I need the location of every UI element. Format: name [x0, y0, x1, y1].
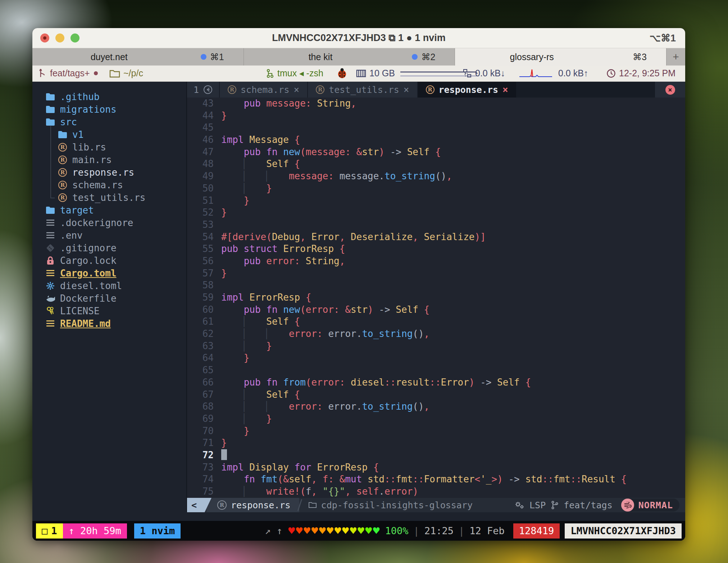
tree-item-Dockerfile[interactable]: Dockerfile: [32, 292, 186, 305]
mode-indicator: NORMAL: [621, 499, 679, 512]
tree-item-migrations[interactable]: migrations: [32, 103, 186, 116]
tree-item-LICENSE[interactable]: LICENSE: [32, 305, 186, 317]
line-content: ▏ }: [214, 340, 272, 352]
line-content: pub struct ErrorResp {: [214, 243, 345, 255]
close-all-icon: ×: [665, 85, 675, 95]
rust-file-icon: R: [58, 156, 67, 164]
tree-item-main-rs[interactable]: Rmain.rs: [32, 153, 186, 166]
tree-item-target[interactable]: target: [32, 204, 186, 216]
tree-item-label: lib.rs: [72, 142, 106, 153]
rust-file-icon: R: [228, 85, 236, 94]
tree-item--gitignore[interactable]: .gitignore: [32, 242, 186, 254]
tree-item-response-rs[interactable]: Rresponse.rs: [32, 166, 186, 179]
line-content: pub error: String,: [214, 255, 345, 267]
ladybug-indicator: [337, 66, 347, 81]
tmux-time: 21:25: [424, 525, 454, 536]
tree-item-Cargo-toml[interactable]: Cargo.toml: [32, 267, 186, 279]
command-line: [32, 512, 685, 521]
rust-file-icon: R: [316, 85, 324, 94]
tree-item-diesel-toml[interactable]: diesel.toml: [32, 279, 186, 292]
line-number: 62: [187, 328, 214, 340]
tree-item-v1[interactable]: v1: [32, 128, 186, 141]
memory-indicator: 10 GB: [356, 66, 481, 81]
close-all-button[interactable]: ×: [655, 82, 685, 98]
close-buffer-icon[interactable]: ×: [404, 84, 409, 95]
text-file-icon: [46, 232, 54, 239]
cwd-label: ~/p/c: [123, 68, 143, 78]
tree-item-lib-rs[interactable]: Rlib.rs: [32, 141, 186, 153]
code-line-51: 51 }: [187, 195, 685, 207]
line-number: 58: [187, 279, 214, 292]
new-tab-button[interactable]: +: [666, 48, 685, 66]
session-index: 1: [51, 525, 57, 536]
tree-item-src[interactable]: src: [32, 116, 186, 128]
code-line-56: 56 pub error: String,: [187, 255, 685, 267]
code-area[interactable]: 43 pub message: String,44}4546impl Messa…: [187, 98, 685, 498]
cwd-indicator[interactable]: ~/p/c: [109, 66, 143, 81]
tmux-session-indicator[interactable]: □ 1: [36, 523, 63, 539]
tree-item--github[interactable]: .github: [32, 90, 186, 103]
git-branch-indicator[interactable]: feat/tags+: [38, 66, 98, 81]
terminal-tab-the-kit[interactable]: the kit ⌘2: [244, 48, 455, 66]
heart-icon: ♥: [326, 526, 334, 536]
tree-item-label: test_utils.rs: [72, 192, 146, 203]
line-content: impl Display for ErrorResp {: [214, 461, 379, 474]
line-number: 68: [187, 401, 214, 413]
clock-indicator: 12-2, 9:25 PM: [606, 66, 675, 81]
folder-icon: [308, 501, 317, 509]
code-line-47: 47 pub fn new(message: &str) -> Self {: [187, 146, 685, 158]
tree-item-label: .gitignore: [60, 243, 117, 253]
tree-item-label: target: [60, 205, 94, 216]
heart-icon: ♥: [365, 526, 372, 536]
line-content: ▏ ▏ error: error.to_string(),: [214, 401, 429, 413]
tab-shortcut: ⌘1: [210, 52, 224, 62]
tree-item-Cargo-lock[interactable]: Cargo.lock: [32, 254, 186, 267]
close-buffer-icon[interactable]: ×: [294, 84, 300, 95]
line-content: [214, 279, 221, 292]
terminal-tab-duyet-net[interactable]: duyet.net ⌘1: [32, 48, 244, 66]
line-number: 52: [187, 207, 214, 219]
buffer-tabline: 1 R schema.rs ×R test_utils.rs ×R respon…: [187, 82, 685, 98]
tree-item-schema-rs[interactable]: Rschema.rs: [32, 179, 186, 191]
line-number: 65: [187, 364, 214, 377]
buffer-tab-schema-rs[interactable]: R schema.rs ×: [220, 82, 307, 98]
tmux-window-name[interactable]: 1 nvim: [134, 523, 181, 539]
mode-label: NORMAL: [638, 500, 673, 510]
close-buffer-icon[interactable]: ×: [502, 84, 508, 95]
session-indicator[interactable]: tmux ◂ -zsh: [265, 66, 323, 81]
line-content: ▏ Self {: [214, 158, 300, 170]
buffer-tab-response-rs[interactable]: R response.rs ×: [418, 82, 516, 98]
line-content: pub message: String,: [214, 98, 356, 110]
cursor: [221, 449, 227, 460]
tree-item-README-md[interactable]: README.md: [32, 317, 186, 330]
code-line-75: 75 ▏ write!(f, "{}", self.error): [187, 486, 685, 498]
tree-item--dockerignore[interactable]: .dockerignore: [32, 216, 186, 229]
folder-icon: [46, 93, 55, 101]
line-content: [214, 449, 227, 461]
code-line-54: 54#[derive(Debug, Error, Deserialize, Se…: [187, 231, 685, 243]
network-down-label: 0.0 kB↓: [475, 68, 505, 78]
line-number: 54: [187, 231, 214, 243]
rust-file-icon: R: [58, 168, 67, 177]
line-content: pub fn new(error: &str) -> Self {: [214, 304, 429, 316]
buffer-tab-test-utils-rs[interactable]: R test_utils.rs ×: [308, 82, 417, 98]
network-graph: [519, 66, 553, 81]
tree-item-label: response.rs: [72, 167, 134, 178]
line-content: ▏ Self {: [214, 389, 300, 401]
tree-item-label: schema.rs: [72, 180, 123, 190]
terminal-tab-glossary-rs[interactable]: glossary-rs ⌘3: [455, 48, 666, 66]
tab-label: glossary-rs: [455, 52, 609, 62]
tree-item-label: Cargo.lock: [60, 255, 117, 266]
code-line-63: 63 ▏ }: [187, 340, 685, 352]
line-number: 48: [187, 158, 214, 170]
folder-icon: [46, 206, 55, 214]
line-number: 53: [187, 219, 214, 231]
tree-item-test-utils-rs[interactable]: Rtest_utils.rs: [32, 191, 186, 204]
git-branch-icon: [38, 69, 47, 78]
line-number: 60: [187, 304, 214, 316]
whale-icon: [45, 294, 55, 302]
tree-indent-guide-foot: [50, 198, 55, 198]
line-content: ▏ ▏ message: message.to_string(),: [214, 170, 452, 183]
line-number: 56: [187, 255, 214, 267]
tree-item--env[interactable]: .env: [32, 229, 186, 242]
